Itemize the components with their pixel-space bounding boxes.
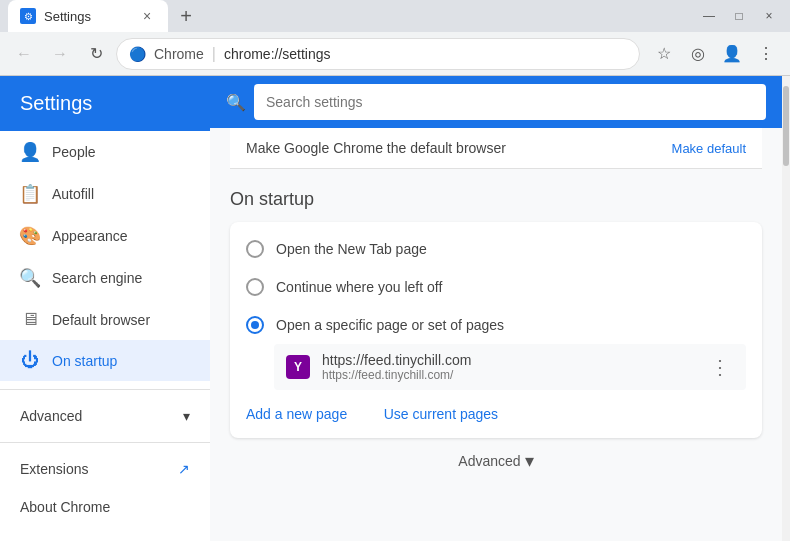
radio-label-new-tab: Open the New Tab page <box>276 241 427 257</box>
sidebar-item-autofill[interactable]: 📋 Autofill <box>0 173 210 215</box>
sidebar-item-appearance[interactable]: 🎨 Appearance <box>0 215 210 257</box>
page-area: 🔍 Make Google Chrome the default browser… <box>210 76 782 541</box>
radio-circle-new-tab <box>246 240 264 258</box>
brand-name: Chrome <box>154 46 204 62</box>
address-bar[interactable]: 🔵 Chrome | chrome://settings <box>116 38 640 70</box>
page-content: Make Google Chrome the default browser M… <box>210 128 782 541</box>
radio-circle-specific-page <box>246 316 264 334</box>
bottom-advanced-section[interactable]: Advanced ▾ <box>230 438 762 484</box>
sidebar-divider <box>0 389 210 390</box>
search-engine-icon: 🔍 <box>20 267 40 289</box>
search-input[interactable] <box>254 84 766 120</box>
tab-favicon: ⚙ <box>20 8 36 24</box>
title-bar: ⚙ Settings × + — □ × <box>0 0 790 32</box>
tab-title: Settings <box>44 9 91 24</box>
sidebar-label-appearance: Appearance <box>52 228 128 244</box>
advanced-chevron: ▾ <box>183 408 190 424</box>
account-button[interactable]: 👤 <box>716 38 748 70</box>
page-url-info: https://feed.tinychill.com https://feed.… <box>322 352 694 382</box>
use-current-pages-button[interactable]: Use current pages <box>368 398 514 430</box>
sidebar-label-on-startup: On startup <box>52 353 117 369</box>
extensions-label: Extensions <box>20 461 88 477</box>
forward-button[interactable]: → <box>44 38 76 70</box>
menu-button[interactable]: ⋮ <box>750 38 782 70</box>
advanced-label: Advanced <box>20 408 82 424</box>
right-scrollbar[interactable] <box>782 76 790 541</box>
about-chrome-label: About Chrome <box>20 499 110 515</box>
external-link-icon: ↗ <box>178 461 190 477</box>
page-entry-menu-button[interactable]: ⋮ <box>706 353 734 381</box>
sidebar-item-on-startup[interactable]: ⏻ On startup <box>0 340 210 381</box>
sidebar-item-about-chrome[interactable]: About Chrome <box>0 487 210 527</box>
appearance-icon: 🎨 <box>20 225 40 247</box>
settings-tab[interactable]: ⚙ Settings × <box>8 0 168 32</box>
bookmark-button[interactable]: ☆ <box>648 38 680 70</box>
back-button[interactable]: ← <box>8 38 40 70</box>
radio-label-specific-page: Open a specific page or set of pages <box>276 317 504 333</box>
url-text: chrome://settings <box>224 46 331 62</box>
sidebar-label-people: People <box>52 144 96 160</box>
reload-button[interactable]: ↻ <box>80 38 112 70</box>
sidebar-divider-2 <box>0 442 210 443</box>
bottom-chevron-icon: ▾ <box>525 450 534 472</box>
toolbar: ← → ↻ 🔵 Chrome | chrome://settings ☆ ◎ 👤… <box>0 32 790 76</box>
toolbar-actions: ☆ ◎ 👤 ⋮ <box>648 38 782 70</box>
browser-frame: ⚙ Settings × + — □ × ← → ↻ 🔵 Chrome | ch… <box>0 0 790 541</box>
minimize-button[interactable]: — <box>696 3 722 29</box>
bottom-advanced-label: Advanced <box>458 453 520 469</box>
sidebar-label-autofill: Autofill <box>52 186 94 202</box>
radio-circle-continue <box>246 278 264 296</box>
add-new-page-button[interactable]: Add a new page <box>230 398 363 430</box>
tab-close-button[interactable]: × <box>138 7 156 25</box>
y-favicon: Y <box>286 355 310 379</box>
page-url-sub: https://feed.tinychill.com/ <box>322 368 694 382</box>
startup-page-entry: Y https://feed.tinychill.com https://fee… <box>274 344 746 390</box>
on-startup-icon: ⏻ <box>20 350 40 371</box>
radio-label-continue: Continue where you left off <box>276 279 442 295</box>
sidebar-label-search-engine: Search engine <box>52 270 142 286</box>
sidebar-item-search-engine[interactable]: 🔍 Search engine <box>0 257 210 299</box>
sidebar-title: Settings <box>0 76 210 131</box>
radio-option-specific-page[interactable]: Open a specific page or set of pages <box>230 306 762 344</box>
advanced-section[interactable]: Advanced ▾ <box>0 398 210 434</box>
pipe-divider: | <box>212 45 216 63</box>
make-default-button[interactable]: Make default <box>672 141 746 156</box>
close-window-button[interactable]: × <box>756 3 782 29</box>
default-browser-icon: 🖥 <box>20 309 40 330</box>
autofill-icon: 📋 <box>20 183 40 205</box>
startup-card: Open the New Tab page Continue where you… <box>230 222 762 438</box>
radio-option-continue[interactable]: Continue where you left off <box>230 268 762 306</box>
page-url-main: https://feed.tinychill.com <box>322 352 694 368</box>
site-security-icon: 🔵 <box>129 46 146 62</box>
search-icon: 🔍 <box>226 93 246 112</box>
default-browser-banner: Make Google Chrome the default browser M… <box>230 128 762 169</box>
sidebar-item-default-browser[interactable]: 🖥 Default browser <box>0 299 210 340</box>
window-controls: — □ × <box>696 3 782 29</box>
maximize-button[interactable]: □ <box>726 3 752 29</box>
new-tab-button[interactable]: + <box>172 2 200 30</box>
sidebar-item-extensions[interactable]: Extensions ↗ <box>0 451 210 487</box>
scrollbar-thumb[interactable] <box>783 86 789 166</box>
search-bar: 🔍 <box>210 76 782 128</box>
radio-option-new-tab[interactable]: Open the New Tab page <box>230 230 762 268</box>
sidebar: Settings 👤 People 📋 Autofill 🎨 Appearanc… <box>0 76 210 541</box>
people-icon: 👤 <box>20 141 40 163</box>
sidebar-label-default-browser: Default browser <box>52 312 150 328</box>
sidebar-item-people[interactable]: 👤 People <box>0 131 210 173</box>
lens-button[interactable]: ◎ <box>682 38 714 70</box>
default-browser-text: Make Google Chrome the default browser <box>246 140 506 156</box>
section-title: On startup <box>230 189 762 210</box>
main-content: Settings 👤 People 📋 Autofill 🎨 Appearanc… <box>0 76 790 541</box>
